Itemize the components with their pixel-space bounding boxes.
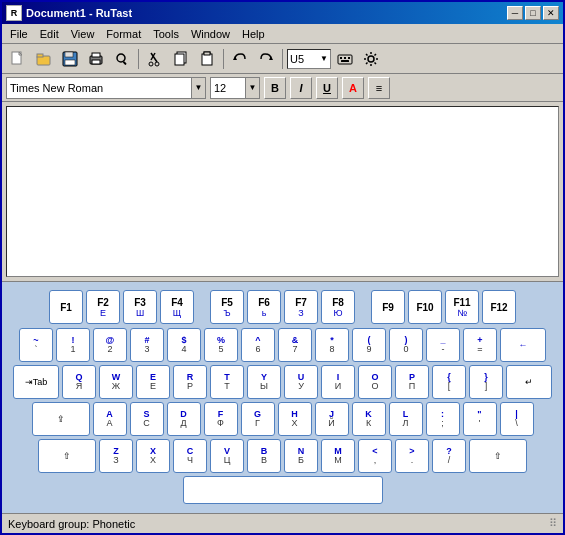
key-x[interactable]: XХ — [136, 439, 170, 473]
key-g[interactable]: GГ — [241, 402, 275, 436]
key-y[interactable]: YЫ — [247, 365, 281, 399]
key-f5[interactable]: F5Ъ — [210, 290, 244, 324]
key-f3[interactable]: F3Ш — [123, 290, 157, 324]
key-b[interactable]: BВ — [247, 439, 281, 473]
key-7[interactable]: &7 — [278, 328, 312, 362]
key-rshift[interactable]: ⇧ — [469, 439, 527, 473]
paste-button[interactable] — [195, 48, 219, 70]
copy-button[interactable] — [169, 48, 193, 70]
key-f[interactable]: FФ — [204, 402, 238, 436]
lang-dropdown[interactable]: U5 ▼ — [287, 49, 331, 69]
minimize-button[interactable]: ─ — [507, 6, 523, 20]
key-i[interactable]: IИ — [321, 365, 355, 399]
key-j[interactable]: JЙ — [315, 402, 349, 436]
keyboard-button[interactable] — [333, 48, 357, 70]
bold-button[interactable]: B — [264, 77, 286, 99]
key-m[interactable]: MМ — [321, 439, 355, 473]
key-minus[interactable]: _- — [426, 328, 460, 362]
key-f8[interactable]: F8Ю — [321, 290, 355, 324]
cut-button[interactable] — [143, 48, 167, 70]
key-slash[interactable]: ?/ — [432, 439, 466, 473]
menu-view[interactable]: View — [65, 26, 101, 42]
key-tab[interactable]: ⇥Tab — [13, 365, 59, 399]
key-2[interactable]: @2 — [93, 328, 127, 362]
key-lshift[interactable]: ⇧ — [38, 439, 96, 473]
key-lbracket[interactable]: {[ — [432, 365, 466, 399]
window-title: Document1 - RuTast — [26, 7, 507, 19]
key-f11[interactable]: F11№ — [445, 290, 479, 324]
key-f2[interactable]: F2Е — [86, 290, 120, 324]
key-q[interactable]: QЯ — [62, 365, 96, 399]
restore-button[interactable]: □ — [525, 6, 541, 20]
font-size-dropdown[interactable]: 12 ▼ — [210, 77, 260, 99]
new-button[interactable] — [6, 48, 30, 70]
list-button[interactable]: ≡ — [368, 77, 390, 99]
key-f6[interactable]: F6ь — [247, 290, 281, 324]
settings-button[interactable] — [359, 48, 383, 70]
key-v[interactable]: VЦ — [210, 439, 244, 473]
color-button[interactable]: A — [342, 77, 364, 99]
key-tilde[interactable]: ~` — [19, 328, 53, 362]
underline-button[interactable]: U — [316, 77, 338, 99]
key-semicolon[interactable]: :; — [426, 402, 460, 436]
key-f10[interactable]: F10 — [408, 290, 442, 324]
key-a[interactable]: AА — [93, 402, 127, 436]
key-rbracket[interactable]: }] — [469, 365, 503, 399]
key-o[interactable]: OО — [358, 365, 392, 399]
key-equals[interactable]: += — [463, 328, 497, 362]
menu-help[interactable]: Help — [236, 26, 271, 42]
key-enter[interactable]: ↵ — [506, 365, 552, 399]
key-comma[interactable]: <, — [358, 439, 392, 473]
key-backslash[interactable]: |\ — [500, 402, 534, 436]
key-f12[interactable]: F12 — [482, 290, 516, 324]
italic-button[interactable]: I — [290, 77, 312, 99]
key-p[interactable]: PП — [395, 365, 429, 399]
key-6[interactable]: ^6 — [241, 328, 275, 362]
key-1[interactable]: !1 — [56, 328, 90, 362]
key-3[interactable]: #3 — [130, 328, 164, 362]
save-button[interactable] — [58, 48, 82, 70]
document-area[interactable] — [6, 106, 559, 277]
preview-button[interactable] — [110, 48, 134, 70]
menu-tools[interactable]: Tools — [147, 26, 185, 42]
key-capslock[interactable]: ⇪ — [32, 402, 90, 436]
undo-button[interactable] — [228, 48, 252, 70]
key-e[interactable]: EЕ — [136, 365, 170, 399]
key-t[interactable]: TТ — [210, 365, 244, 399]
close-button[interactable]: ✕ — [543, 6, 559, 20]
menu-format[interactable]: Format — [100, 26, 147, 42]
font-size-arrow-icon[interactable]: ▼ — [245, 78, 259, 98]
open-button[interactable] — [32, 48, 56, 70]
font-dropdown[interactable]: Times New Roman ▼ — [6, 77, 206, 99]
key-s[interactable]: SС — [130, 402, 164, 436]
key-h[interactable]: HХ — [278, 402, 312, 436]
key-0[interactable]: )0 — [389, 328, 423, 362]
key-u[interactable]: UУ — [284, 365, 318, 399]
key-4[interactable]: $4 — [167, 328, 201, 362]
key-z[interactable]: ZЗ — [99, 439, 133, 473]
font-dropdown-arrow-icon[interactable]: ▼ — [191, 78, 205, 98]
key-r[interactable]: RР — [173, 365, 207, 399]
key-9[interactable]: (9 — [352, 328, 386, 362]
menu-window[interactable]: Window — [185, 26, 236, 42]
key-f7[interactable]: F7З — [284, 290, 318, 324]
key-period[interactable]: >. — [395, 439, 429, 473]
key-c[interactable]: CЧ — [173, 439, 207, 473]
menu-file[interactable]: File — [4, 26, 34, 42]
key-n[interactable]: NБ — [284, 439, 318, 473]
key-spacebar[interactable] — [183, 476, 383, 504]
key-d[interactable]: DД — [167, 402, 201, 436]
key-k[interactable]: KК — [352, 402, 386, 436]
key-8[interactable]: *8 — [315, 328, 349, 362]
key-f9[interactable]: F9 — [371, 290, 405, 324]
key-f4[interactable]: F4Щ — [160, 290, 194, 324]
key-w[interactable]: WЖ — [99, 365, 133, 399]
key-quote[interactable]: "' — [463, 402, 497, 436]
menu-edit[interactable]: Edit — [34, 26, 65, 42]
key-5[interactable]: %5 — [204, 328, 238, 362]
key-l[interactable]: LЛ — [389, 402, 423, 436]
key-backspace[interactable]: ← — [500, 328, 546, 362]
redo-button[interactable] — [254, 48, 278, 70]
key-f1[interactable]: F1 — [49, 290, 83, 324]
print-button[interactable] — [84, 48, 108, 70]
